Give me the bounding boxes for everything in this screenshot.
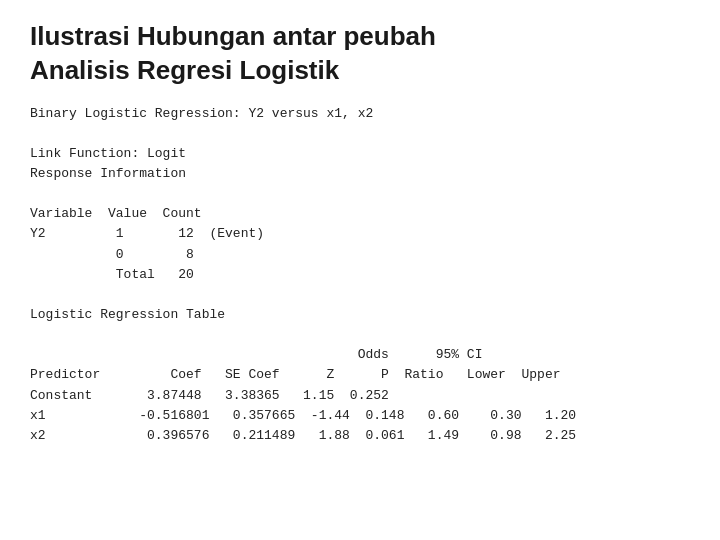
var-y2: Y2 1 12 (Event) (30, 224, 690, 244)
logistic-table-header: Logistic Regression Table (30, 305, 690, 325)
title-line2: Analisis Regresi Logistik (30, 55, 339, 85)
regression-header: Binary Logistic Regression: Y2 versus x1… (30, 104, 690, 124)
page-container: Ilustrasi Hubungan antar peubah Analisis… (0, 0, 720, 540)
var-total: Total 20 (30, 265, 690, 285)
content-section: Binary Logistic Regression: Y2 versus x1… (30, 104, 690, 446)
var-0: 0 8 (30, 245, 690, 265)
row-x1: x1 -0.516801 0.357665 -1.44 0.148 0.60 0… (30, 406, 690, 426)
row-x2: x2 0.396576 0.211489 1.88 0.061 1.49 0.9… (30, 426, 690, 446)
col-headers-right: Odds 95% CI (30, 345, 690, 365)
col-headers: Predictor Coef SE Coef Z P Ratio Lower U… (30, 365, 690, 385)
title-section: Ilustrasi Hubungan antar peubah Analisis… (30, 20, 690, 88)
title-line1: Ilustrasi Hubungan antar peubah (30, 21, 436, 51)
row-constant: Constant 3.87448 3.38365 1.15 0.252 (30, 386, 690, 406)
link-function: Link Function: Logit (30, 144, 690, 164)
response-info: Response Information (30, 164, 690, 184)
main-title: Ilustrasi Hubungan antar peubah Analisis… (30, 20, 690, 88)
variable-header: Variable Value Count (30, 204, 690, 224)
